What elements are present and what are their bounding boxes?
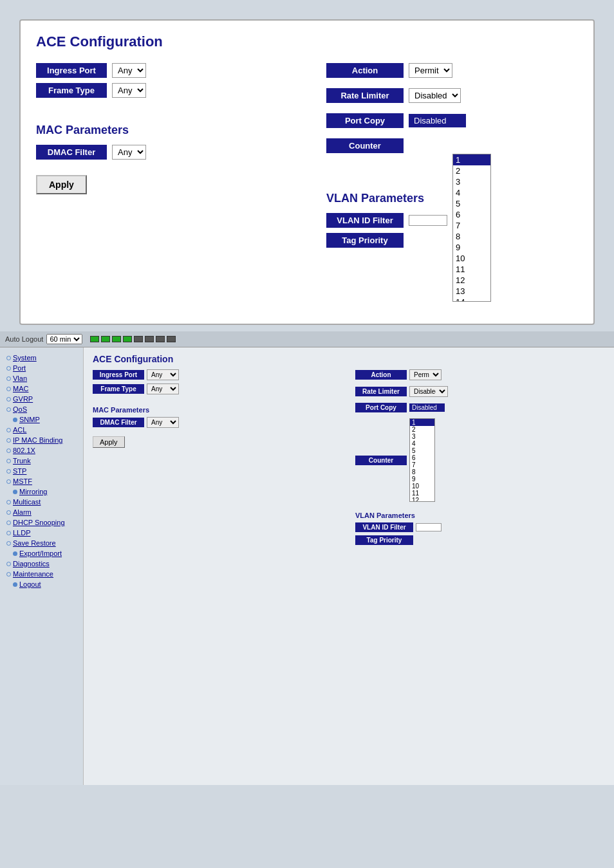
- counter-item-10[interactable]: 10: [453, 253, 490, 264]
- mini-counter-item-2[interactable]: 2: [410, 426, 434, 433]
- sidebar-label: MSTF: [13, 477, 32, 485]
- vlan-id-filter-input[interactable]: [409, 215, 447, 226]
- counter-item-14[interactable]: 14: [453, 297, 490, 302]
- sidebar-label: STP: [13, 467, 26, 475]
- sidebar-label: Mirroring: [19, 488, 47, 495]
- mini-left: Ingress Port Any Frame Type Any MAC Para…: [93, 369, 342, 548]
- mini-vlan-id-input[interactable]: [416, 523, 442, 531]
- mini-dmac-select[interactable]: Any: [147, 417, 179, 428]
- sidebar-item-lldp[interactable]: LLDP: [0, 528, 83, 538]
- mini-rate-select[interactable]: Disabled: [409, 386, 448, 397]
- sidebar-item-alarm[interactable]: Alarm: [0, 507, 83, 517]
- sidebar-dot: [13, 490, 17, 494]
- sidebar-item-dhcp-snooping[interactable]: DHCP Snooping: [0, 517, 83, 528]
- sidebar-item-port[interactable]: Port: [0, 363, 83, 373]
- dmac-filter-select[interactable]: Any: [112, 145, 146, 160]
- mini-counter-item-7[interactable]: 7: [410, 461, 434, 468]
- frame-type-select[interactable]: Any: [112, 83, 146, 98]
- sidebar-item-vlan[interactable]: Vlan: [0, 373, 83, 383]
- mini-counter-item-11[interactable]: 11: [410, 490, 434, 497]
- apply-button[interactable]: Apply: [36, 175, 87, 194]
- dmac-filter-row: DMAC Filter Any: [36, 145, 288, 160]
- mini-counter-dropdown[interactable]: 12345678910111213141516171819: [409, 418, 435, 502]
- content-area: ACE Configuration Ingress Port Any Frame…: [84, 347, 614, 785]
- mini-counter-item-9[interactable]: 9: [410, 476, 434, 483]
- mini-right-top: Action Permit Rate Limiter Disabled Port…: [355, 369, 605, 505]
- mini-action-select[interactable]: Permit: [409, 369, 442, 380]
- mini-counter-item-3[interactable]: 3: [410, 433, 434, 440]
- sidebar-label: 802.1X: [13, 447, 35, 454]
- auto-logout-select[interactable]: 60 min: [46, 334, 82, 344]
- counter-item-9[interactable]: 9: [453, 242, 490, 253]
- sidebar-item-ip-mac-binding[interactable]: IP MAC Binding: [0, 435, 83, 445]
- mini-counter-item-4[interactable]: 4: [410, 440, 434, 447]
- counter-item-12[interactable]: 12: [453, 275, 490, 286]
- sidebar-dot: [6, 356, 11, 360]
- rate-limiter-select[interactable]: Disabled: [409, 88, 461, 103]
- counter-item-8[interactable]: 8: [453, 231, 490, 242]
- sidebar-label: Trunk: [13, 457, 31, 465]
- mini-apply-button[interactable]: Apply: [93, 436, 125, 448]
- sidebar-label: Maintenance: [13, 570, 53, 578]
- mini-counter-item-12[interactable]: 12: [410, 497, 434, 502]
- sidebar-item-gvrp[interactable]: GVRP: [0, 394, 83, 404]
- mini-counter-item-8[interactable]: 8: [410, 468, 434, 476]
- counter-item-11[interactable]: 11: [453, 264, 490, 275]
- mini-counter-item-5[interactable]: 5: [410, 447, 434, 454]
- sidebar-item-save-restore[interactable]: Save Restore: [0, 538, 83, 548]
- mini-vlan-title: VLAN Parameters: [355, 512, 605, 519]
- mini-ingress-label: Ingress Port: [93, 370, 144, 380]
- mini-vlan-id-row: VLAN ID Filter: [355, 522, 605, 532]
- sidebar-dot: [6, 541, 11, 546]
- mini-counter-item-10[interactable]: 10: [410, 483, 434, 490]
- sidebar-item-802.1x[interactable]: 802.1X: [0, 445, 83, 456]
- counter-item-3[interactable]: 3: [453, 176, 490, 187]
- sidebar-item-multicast[interactable]: Multicast: [0, 497, 83, 507]
- counter-item-7[interactable]: 7: [453, 220, 490, 231]
- counter-item-6[interactable]: 6: [453, 209, 490, 220]
- action-select[interactable]: Permit: [409, 63, 452, 78]
- sidebar-label: IP MAC Binding: [13, 436, 62, 444]
- sidebar-dot: [6, 387, 11, 391]
- sidebar-item-system[interactable]: System: [0, 353, 83, 363]
- mini-counter-item-6[interactable]: 6: [410, 454, 434, 461]
- counter-item-2[interactable]: 2: [453, 165, 490, 176]
- counter-item-4[interactable]: 4: [453, 187, 490, 198]
- action-label: Action: [326, 63, 404, 78]
- port-8: [167, 336, 176, 342]
- sidebar-item-acl[interactable]: ACL: [0, 425, 83, 435]
- dmac-filter-label: DMAC Filter: [36, 145, 107, 160]
- sidebar-label: Multicast: [13, 498, 41, 506]
- counter-label: Counter: [326, 138, 404, 153]
- sidebar-item-maintenance[interactable]: Maintenance: [0, 569, 83, 579]
- ingress-port-select[interactable]: Any: [112, 63, 146, 78]
- sidebar-item-logout[interactable]: Logout: [0, 579, 83, 589]
- sidebar-dot: [6, 407, 11, 412]
- sidebar-label: Alarm: [13, 508, 32, 516]
- mini-counter-item-1[interactable]: 1: [410, 419, 434, 426]
- sidebar-item-trunk[interactable]: Trunk: [0, 456, 83, 466]
- sidebar: SystemPortVlanMACGVRPQoSSNMPACLIP MAC Bi…: [0, 347, 84, 785]
- counter-item-1[interactable]: 1: [453, 154, 490, 165]
- mini-frame-select[interactable]: Any: [147, 383, 179, 394]
- counter-dropdown-list[interactable]: 12345678910111213141516: [452, 154, 491, 302]
- sidebar-label: DHCP Snooping: [13, 519, 65, 526]
- sidebar-dot: [6, 521, 11, 525]
- sidebar-item-mstf[interactable]: MSTF: [0, 476, 83, 486]
- sidebar-item-mirroring[interactable]: Mirroring: [0, 486, 83, 497]
- tag-priority-row: Tag Priority: [326, 233, 447, 248]
- counter-item-5[interactable]: 5: [453, 198, 490, 209]
- rate-limiter-value: Disabled: [409, 88, 461, 103]
- sidebar-item-export/import[interactable]: Export/Import: [0, 548, 83, 559]
- mini-ingress-select[interactable]: Any: [147, 369, 179, 380]
- sidebar-item-mac[interactable]: MAC: [0, 383, 83, 394]
- sidebar-item-diagnostics[interactable]: Diagnostics: [0, 559, 83, 569]
- sidebar-item-qos[interactable]: QoS: [0, 404, 83, 414]
- port-copy-display: Disabled: [409, 114, 466, 127]
- counter-item-13[interactable]: 13: [453, 286, 490, 297]
- sidebar-item-stp[interactable]: STP: [0, 466, 83, 476]
- vlan-id-filter-label: VLAN ID Filter: [326, 213, 404, 228]
- sidebar-item-snmp[interactable]: SNMP: [0, 414, 83, 425]
- mini-portcopy-row: Port Copy Disabled: [355, 403, 605, 412]
- mac-params-title: MAC Parameters: [36, 124, 288, 137]
